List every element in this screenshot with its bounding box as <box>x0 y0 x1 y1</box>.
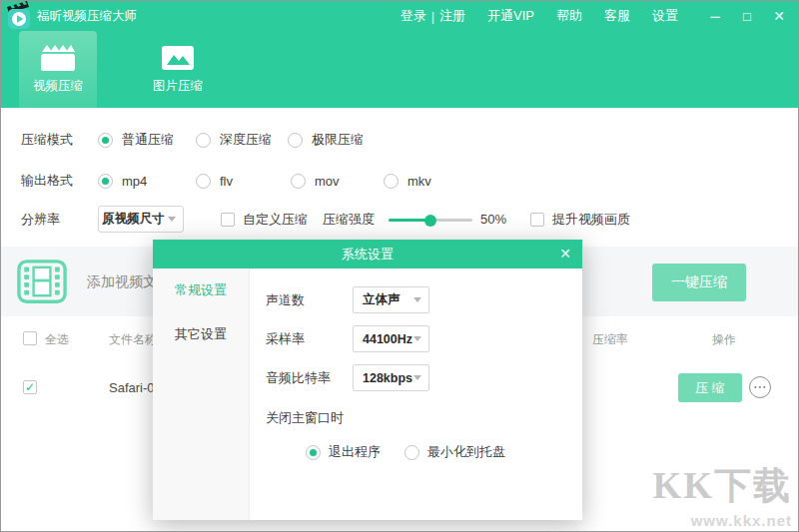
picture-icon <box>160 44 196 72</box>
radio-icon <box>196 174 211 189</box>
radio-label: mp4 <box>122 174 147 189</box>
resolution-select-value: 原视频尺寸 <box>99 211 168 228</box>
resolution-row: 分辨率 原视频尺寸 自定义压缩 压缩强度 50% 提升视频画质 <box>1 206 798 234</box>
radio-label: 最小化到托盘 <box>427 443 505 461</box>
sample-rate-value: 44100Hz <box>354 332 413 346</box>
channel-count-label: 声道数 <box>266 291 305 309</box>
radio-label: mov <box>315 174 340 189</box>
titlebar: 福昕视频压缩大师 登录 | 注册 开通VIP 帮助 客服 设置 ─ □ ✕ <box>1 1 798 31</box>
channel-count-select[interactable]: 立体声 <box>353 286 429 313</box>
radio-format-mov[interactable]: mov <box>291 167 340 195</box>
minimize-button[interactable]: ─ <box>708 9 722 24</box>
radio-label: flv <box>220 174 233 189</box>
dialog-close-icon[interactable]: ✕ <box>559 240 571 268</box>
dialog-content: 声道数 立体声 采样率 44100Hz 音频比特率 128kbps <box>250 268 582 520</box>
compression-mode-row: 压缩模式 普通压缩 深度压缩 极限压缩 <box>1 126 798 154</box>
dialog-title: 系统设置 <box>153 240 582 268</box>
radio-label: mkv <box>407 174 431 189</box>
watermark-url: www.kkx.net <box>652 512 792 529</box>
chevron-down-icon <box>413 375 421 380</box>
radio-label: 深度压缩 <box>220 131 272 149</box>
column-compression-ratio: 压缩率 <box>592 331 628 348</box>
compression-strength-slider[interactable] <box>389 219 472 222</box>
radio-exit-program[interactable]: 退出程序 <box>306 443 381 461</box>
settings-link[interactable]: 设置 <box>652 7 678 25</box>
radio-icon <box>98 174 113 189</box>
row-checkbox[interactable] <box>23 380 37 394</box>
film-strip-icon[interactable] <box>17 257 67 306</box>
system-settings-dialog: 系统设置 ✕ 常规设置 其它设置 声道数 立体声 采样率 4410 <box>153 240 582 520</box>
close-behavior-row: 关闭主窗口时 <box>266 404 344 431</box>
customer-service-link[interactable]: 客服 <box>604 7 630 25</box>
vip-link[interactable]: 开通VIP <box>487 7 534 25</box>
sidebar-item-general-settings[interactable]: 常规设置 <box>153 268 249 312</box>
app-window: 福昕视频压缩大师 登录 | 注册 开通VIP 帮助 客服 设置 ─ □ ✕ <box>0 0 799 532</box>
enhance-quality-label: 提升视频画质 <box>552 206 630 234</box>
titlebar-menu: 登录 | 注册 开通VIP 帮助 客服 设置 ─ □ ✕ <box>400 1 798 31</box>
output-format-row: 输出格式 mp4 flv mov mkv <box>1 167 798 195</box>
radio-icon <box>306 445 321 460</box>
column-filename: 文件名称 <box>109 331 157 348</box>
watermark: KK下载 www.kkx.net <box>652 461 792 529</box>
tab-image-label: 图片压缩 <box>153 79 203 93</box>
resolution-select[interactable]: 原视频尺寸 <box>98 206 184 233</box>
app-title: 福昕视频压缩大师 <box>37 1 137 31</box>
radio-deep-compress[interactable]: 深度压缩 <box>196 126 272 154</box>
radio-icon <box>384 174 399 189</box>
radio-normal-compress[interactable]: 普通压缩 <box>98 126 174 154</box>
login-register-separator: | <box>431 9 434 24</box>
maximize-button[interactable]: □ <box>740 9 754 24</box>
sample-rate-select[interactable]: 44100Hz <box>353 325 429 352</box>
audio-bitrate-select[interactable]: 128kbps <box>353 364 429 391</box>
more-options-button[interactable]: ⋯ <box>749 376 771 398</box>
chevron-down-icon <box>168 217 176 222</box>
login-link[interactable]: 登录 <box>400 7 426 25</box>
audio-bitrate-value: 128kbps <box>354 371 413 385</box>
compression-mode-label: 压缩模式 <box>21 126 73 154</box>
dialog-body: 常规设置 其它设置 声道数 立体声 采样率 44100Hz <box>153 268 582 520</box>
strength-label: 压缩强度 <box>323 206 375 234</box>
slider-knob[interactable] <box>424 215 436 227</box>
dialog-sidebar: 常规设置 其它设置 <box>153 268 250 520</box>
enhance-quality-checkbox[interactable] <box>530 213 544 227</box>
tab-video-label: 视频压缩 <box>33 79 83 93</box>
radio-label: 退出程序 <box>329 443 381 461</box>
audio-bitrate-row: 音频比特率 <box>266 364 331 391</box>
tabbar: 视频压缩 图片压缩 <box>1 31 798 108</box>
radio-icon <box>196 133 211 148</box>
one-click-compress-button[interactable]: 一键压缩 <box>652 264 746 301</box>
app-logo-icon <box>7 1 33 31</box>
tab-image-compress[interactable]: 图片压缩 <box>139 31 217 108</box>
chevron-down-icon <box>413 336 421 341</box>
close-behavior-options: 退出程序 最小化到托盘 <box>306 442 505 462</box>
tab-video-compress[interactable]: 视频压缩 <box>19 31 97 108</box>
channel-count-row: 声道数 <box>266 286 305 313</box>
radio-format-flv[interactable]: flv <box>196 167 233 195</box>
close-behavior-label: 关闭主窗口时 <box>266 409 344 427</box>
row-compress-button[interactable]: 压 缩 <box>678 373 742 402</box>
audio-bitrate-label: 音频比特率 <box>266 369 331 387</box>
chevron-down-icon <box>413 297 421 302</box>
watermark-title: KK下载 <box>652 461 792 511</box>
column-action: 操作 <box>712 331 736 348</box>
select-all-checkbox[interactable] <box>23 331 37 345</box>
sidebar-item-other-settings[interactable]: 其它设置 <box>153 312 249 356</box>
custom-compress-checkbox[interactable] <box>221 213 235 227</box>
radio-extreme-compress[interactable]: 极限压缩 <box>288 126 364 154</box>
sample-rate-label: 采样率 <box>266 330 305 348</box>
help-link[interactable]: 帮助 <box>556 7 582 25</box>
close-button[interactable]: ✕ <box>772 8 786 24</box>
select-all-label: 全选 <box>45 331 69 348</box>
sample-rate-row: 采样率 <box>266 325 305 352</box>
register-link[interactable]: 注册 <box>439 7 465 25</box>
radio-icon <box>288 133 303 148</box>
radio-label: 极限压缩 <box>312 131 364 149</box>
channel-count-value: 立体声 <box>354 291 413 308</box>
radio-format-mp4[interactable]: mp4 <box>98 167 147 195</box>
radio-icon <box>98 133 113 148</box>
row-filename: Safari-0 <box>109 380 155 395</box>
radio-minimize-to-tray[interactable]: 最小化到托盘 <box>404 443 505 461</box>
radio-icon <box>404 445 419 460</box>
radio-format-mkv[interactable]: mkv <box>384 167 431 195</box>
radio-label: 普通压缩 <box>122 131 174 149</box>
